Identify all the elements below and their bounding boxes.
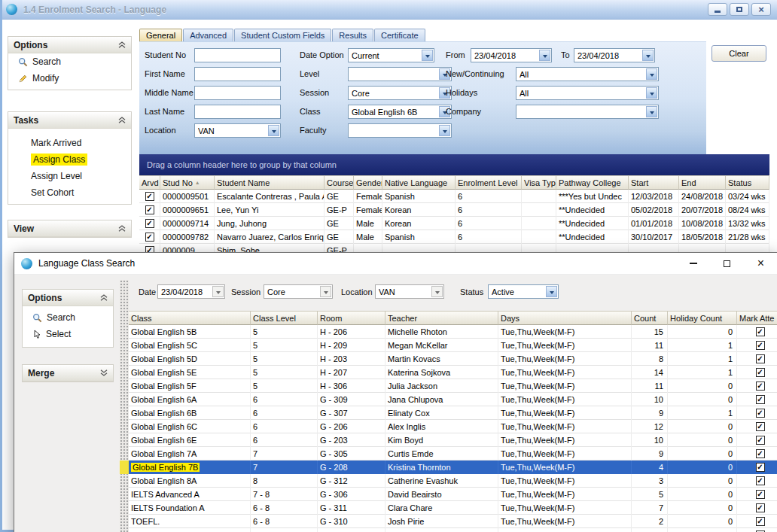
tasks-panel-header[interactable]: Tasks [8,112,131,129]
sidebar-item-select[interactable]: Select [23,326,113,342]
arrived-checkbox[interactable]: ✓ [145,192,154,201]
new-continuing-select[interactable]: All [516,67,659,81]
options-panel-header[interactable]: Options [8,37,131,53]
location-select[interactable]: VAN [375,284,444,299]
mark-attendance-checkbox[interactable]: ✓ [756,517,765,526]
arrived-checkbox[interactable]: ✓ [145,219,154,228]
mark-attendance-checkbox[interactable]: ✓ [756,354,765,363]
close-button[interactable]: × [744,253,777,274]
restore-button[interactable] [730,3,749,16]
mark-attendance-checkbox[interactable]: ✓ [756,368,765,377]
mark-attendance-checkbox[interactable]: ✓ [756,409,765,418]
column-header-native-language[interactable]: Native Language [382,175,456,190]
mark-attendance-checkbox[interactable]: ✓ [756,327,765,336]
mark-attendance-checkbox[interactable]: ✓ [756,382,765,391]
maximize-button[interactable] [710,253,744,274]
arrived-checkbox[interactable]: ✓ [145,205,154,214]
class-select[interactable]: Global English 6B [348,105,452,119]
main-window-titlebar[interactable]: 1.4 Enrolment Search - Language × [0,0,777,20]
class-row[interactable]: Global English 6B6G - 307Elinaty CoxTue,… [129,406,777,420]
splitter-handle[interactable] [120,280,129,532]
clear-button[interactable]: Clear [711,45,766,62]
mark-attendance-checkbox[interactable]: ✓ [756,422,765,431]
location-select[interactable]: VAN [194,123,281,138]
column-header-status[interactable]: Status [726,175,769,190]
column-header-pathway-college[interactable]: Pathway College [556,175,629,190]
mark-attendance-checkbox[interactable]: ✓ [756,436,765,445]
mark-attendance-checkbox[interactable]: ✓ [756,490,765,499]
class-row[interactable]: Global English 7B7G - 208Kristina Thornt… [129,461,777,474]
last-name-input[interactable] [194,105,281,119]
column-header-start[interactable]: Start [629,175,679,190]
arrived-checkbox[interactable]: ✓ [145,233,154,242]
from-date-select[interactable]: 23/04/2018 [471,48,552,62]
mark-attendance-checkbox[interactable]: ✓ [756,395,765,404]
enrolment-row[interactable]: ✓0000009782Navarro Juarez, Carlos Enriqu… [139,230,769,244]
mark-attendance-checkbox[interactable]: ✓ [756,476,765,485]
status-select[interactable]: Active [488,284,559,299]
close-button[interactable]: × [751,3,771,16]
column-header-class-level[interactable]: Class Level [251,311,318,325]
mark-attendance-checkbox[interactable]: ✓ [756,503,765,512]
class-row[interactable]: Global English 5D5H - 203Martin KovacsTu… [129,352,777,366]
class-row[interactable]: IELTS Advanced A7 - 8G - 306David Beairs… [129,488,777,501]
options-panel-header[interactable]: Options [23,290,113,306]
sidebar-item-set-cohort[interactable]: Set Cohort [8,184,131,201]
minimize-button[interactable] [676,253,710,274]
view-panel-header[interactable]: View [8,220,131,237]
column-header-gender[interactable]: Gender [354,175,382,190]
class-row[interactable]: IELTS Foundation A6 - 8G - 311Clara Char… [129,501,777,515]
class-row[interactable]: Global English 6A6G - 309Jana ChlupovaTu… [129,393,777,406]
column-header-end[interactable]: End [679,175,726,190]
column-header-mark-atte[interactable]: Mark Atte [737,311,777,325]
column-header-room[interactable]: Room [318,311,385,325]
level-select[interactable] [348,67,452,81]
class-row[interactable]: Global English 6C6G - 206Alex InglisTue,… [129,420,777,433]
column-header-visa-type[interactable]: Visa Type [522,175,556,190]
tab-certificate[interactable]: Certificate [374,29,425,41]
student-no-input[interactable] [194,48,281,62]
mark-attendance-checkbox[interactable]: ✓ [756,341,765,350]
mark-attendance-checkbox[interactable]: ✓ [756,449,765,458]
tab-general[interactable]: General [139,29,182,41]
to-date-select[interactable]: 23/04/2018 [574,48,655,62]
class-row[interactable]: Test Class5G - 307Kathleen AbblWeek(M-F) [129,528,777,532]
tab-student-custom-fields[interactable]: Student Custom Fields [234,29,331,41]
class-row[interactable]: Global English 8A8G - 312Catherine Evash… [129,474,777,488]
sidebar-item-search[interactable]: Search [8,53,131,70]
class-row[interactable]: Global English 7A7G - 305Curtis EmdeTue,… [129,447,777,461]
middle-name-input[interactable] [194,86,281,100]
enrolment-row[interactable]: ✓0000009714Jung, JuhongGEMaleKorean6**Un… [139,217,769,230]
column-header-enrolment-level[interactable]: Enrolment Level [456,175,522,190]
class-row[interactable]: Global English 5E5H - 207Katerina Sojkov… [129,366,777,379]
column-header-holiday-count[interactable]: Holiday Count [668,311,737,325]
session-select[interactable]: Core [348,86,452,100]
faculty-select[interactable] [348,123,452,138]
date-option-select[interactable]: Current [348,48,434,62]
sidebar-item-assign-level[interactable]: Assign Level [8,168,131,184]
tab-advanced[interactable]: Advanced [183,29,233,41]
holidays-select[interactable]: All [516,86,659,100]
group-by-bar[interactable]: Drag a column header here to group by th… [139,154,769,175]
date-select[interactable]: 23/04/2018 [157,284,225,299]
column-header-stud-no[interactable]: Stud No▲ [160,175,215,190]
sidebar-item-modify[interactable]: Modify [8,70,131,87]
column-header-class[interactable]: Class [129,311,251,325]
sidebar-item-search[interactable]: Search [23,309,113,326]
class-row[interactable]: Global English 5C5H - 209Megan McKellarT… [129,339,777,352]
session-select[interactable]: Core [264,284,333,299]
company-select[interactable] [516,105,659,119]
class-row[interactable]: Global English 5F5H - 306Julia JacksonTu… [129,379,777,393]
mark-attendance-checkbox[interactable]: ✓ [756,463,765,472]
class-window-titlebar[interactable]: Language Class Search × [14,253,777,275]
class-row[interactable]: Global English 6E6G - 203Kim BoydTue,Thu… [129,433,777,447]
column-header-count[interactable]: Count [632,311,668,325]
merge-panel-header[interactable]: Merge [23,365,113,382]
column-header-student-name[interactable]: Student Name [215,175,325,190]
column-header-arvd[interactable]: Arvd [139,175,160,190]
minimize-button[interactable] [708,3,727,16]
class-row[interactable]: Global English 5B5H - 206Michelle Rhoton… [129,325,777,339]
tab-results[interactable]: Results [332,29,373,41]
class-row[interactable]: TOEFL.6 - 8G - 310Josh PirieTue,Thu,Week… [129,515,777,528]
column-header-teacher[interactable]: Teacher [385,311,498,325]
